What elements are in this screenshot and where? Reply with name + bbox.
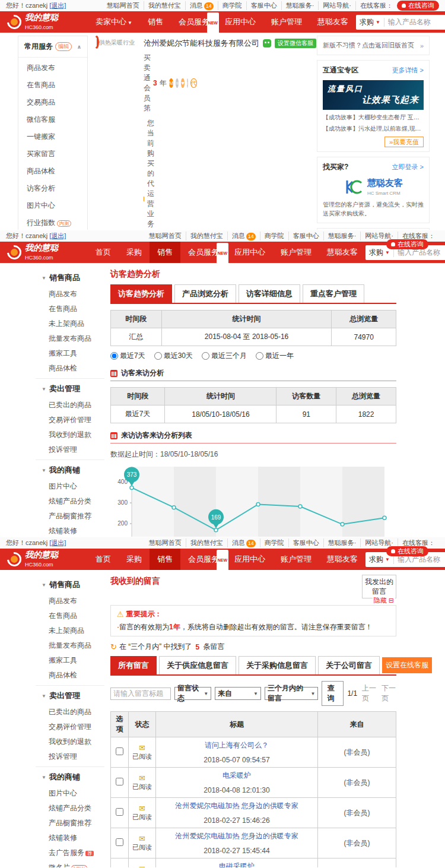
sidebar-item-wechat-service[interactable]: 微信客服 (18, 111, 87, 128)
sidebar-item-sold-goods[interactable]: 已卖出的商品 (36, 705, 104, 720)
sidebar-item-image-center[interactable]: 图片中心 (36, 479, 104, 494)
sidebar-item-offshelf[interactable]: 未上架商品 (36, 316, 104, 331)
message-title-link[interactable]: 电磁采暖炉 (219, 862, 255, 868)
sidebar-item-offshelf[interactable]: 未上架商品 (36, 623, 104, 638)
tab-key-customers[interactable]: 重点客户管理 (303, 284, 364, 303)
period-select[interactable]: 三个月内的留言▼ (265, 687, 319, 700)
tab-supply-messages[interactable]: 关于供应信息留言 (159, 656, 236, 674)
from-select[interactable]: 来自▼ (215, 687, 261, 700)
sent-messages-button[interactable]: 我发出的留言 (362, 575, 396, 598)
sidebar-group-sold-mgmt[interactable]: ▼卖出管理 (36, 685, 104, 705)
link-service-center[interactable]: 客服中心 (289, 538, 324, 547)
nav-hc-crm[interactable]: 慧聪友客 (319, 242, 365, 263)
sidebar-item-onsale[interactable]: 在售商品 (18, 77, 87, 94)
sidebar-item-onsale[interactable]: 在售商品 (36, 302, 104, 316)
nav-sales[interactable]: 销售 (150, 242, 180, 263)
nav-account[interactable]: 账户管理 (273, 242, 319, 263)
message-title-link[interactable]: 电采暖炉 (223, 771, 251, 780)
row-checkbox[interactable] (116, 838, 123, 846)
search-input[interactable] (384, 18, 445, 26)
logout-link[interactable]: [退出] (49, 538, 66, 547)
message-title-link[interactable]: 请问上海有公司么？ (205, 741, 269, 749)
sidebar-item-goods-check[interactable]: 商品体检 (36, 668, 104, 683)
sidebar-item-publish[interactable]: 商品发布 (36, 287, 104, 302)
online-consult-button[interactable]: 在线咨询 (386, 546, 428, 556)
tab-visitor-details[interactable]: 访客详细信息 (239, 284, 300, 303)
sidebar-item-showcase[interactable]: 产品橱窗推荐 (36, 509, 104, 524)
story-link-1[interactable]: 【成功故事】大棚秒变生态餐厅 互通宝带你... (323, 113, 424, 122)
nav-membership[interactable]: 会员服务NEW (171, 11, 217, 33)
next-page-link[interactable]: 下一页 (382, 683, 396, 704)
sidebar-item-publish[interactable]: 商品发布 (36, 594, 104, 609)
message-title-input[interactable] (110, 688, 171, 700)
nav-account[interactable]: 账户管理 (273, 549, 319, 570)
logout-link[interactable]: [退出] (49, 1, 66, 10)
login-link[interactable]: 立即登录 > (392, 163, 424, 172)
radio-last-3months[interactable]: 最近三个月 (202, 351, 247, 361)
link-hc-services[interactable]: 慧聪服务· (282, 1, 319, 10)
edit-badge[interactable]: 编辑 (55, 42, 72, 51)
link-hc-home[interactable]: 慧聪网首页 (103, 1, 144, 10)
brand-logo[interactable]: 我的慧聪HC360.com (0, 243, 88, 261)
sidebar-item-shop-decor[interactable]: 炫铺装修 (36, 831, 104, 845)
nav-purchase[interactable]: 采购 (119, 242, 150, 263)
sidebar-header[interactable]: 常用服务编辑∧ (18, 36, 87, 58)
tab-company-messages[interactable]: 关于公司留言 (318, 656, 380, 674)
sidebar-item-onsale[interactable]: 在售商品 (36, 609, 104, 623)
link-hc-home[interactable]: 慧聪网首页 (145, 538, 186, 547)
link-hc-services[interactable]: 慧聪服务· (324, 538, 361, 547)
tab-all-messages[interactable]: 所有留言 (110, 656, 157, 674)
link-huifub[interactable]: 我的慧付宝 (186, 538, 228, 547)
sidebar-group-my-shop[interactable]: ▼我的商铺 (36, 766, 104, 786)
tab-purchase-messages[interactable]: 关于采购信息留言 (239, 656, 316, 674)
sidebar-item-goods-check[interactable]: 商品体检 (36, 361, 104, 376)
sidebar-item-image-center[interactable]: 图片中心 (18, 197, 87, 214)
sidebar-item-mover-tool[interactable]: 搬家工具 (36, 653, 104, 668)
sidebar-item-sold-goods[interactable]: 已卖出的商品 (36, 398, 104, 413)
search-category-select[interactable]: 求购▼ (356, 17, 384, 27)
query-button[interactable]: 查询 (322, 681, 344, 706)
nav-apps[interactable]: 应用中心 (227, 549, 273, 570)
search-input[interactable] (394, 555, 445, 563)
sidebar-item-image-center[interactable]: 图片中心 (36, 786, 104, 801)
nav-purchase[interactable]: 采购 (119, 549, 150, 570)
nav-account[interactable]: 账户管理 (263, 11, 310, 33)
logout-link[interactable]: [退出] (49, 232, 66, 240)
nav-apps[interactable]: 应用中心 (227, 242, 273, 263)
sidebar-item-goods-check[interactable]: 商品体检 (18, 163, 87, 180)
nav-apps[interactable]: 应用中心 (217, 11, 263, 33)
hide-link[interactable]: 隐藏 ⊟ (373, 597, 395, 604)
online-consult-button[interactable]: 在线咨询 (397, 1, 439, 11)
set-online-service-button[interactable]: 设置在线客服 (382, 657, 432, 673)
link-messages[interactable]: 消息14 (186, 1, 218, 10)
sidebar-group-sales-goods[interactable]: ▼销售商品 (36, 268, 104, 287)
nav-membership[interactable]: 会员服务NEW (180, 549, 227, 570)
sidebar-item-review-mgmt[interactable]: 交易评价管理 (36, 720, 104, 734)
link-academy[interactable]: 商学院 (260, 232, 289, 240)
row-checkbox[interactable] (116, 778, 123, 785)
tab-product-views[interactable]: 产品浏览分析 (174, 284, 236, 303)
hutongbao-more-link[interactable]: 更多详情 > (392, 66, 424, 75)
sidebar-item-batch-publish[interactable]: 批量发布商品 (36, 638, 104, 653)
sidebar-item-complaints[interactable]: 投诉管理 (36, 749, 104, 764)
brand-logo[interactable]: 我的慧聪HC360.com (0, 13, 88, 30)
sidebar-group-sold-mgmt[interactable]: ▼卖出管理 (36, 378, 104, 398)
story-link-2[interactable]: 【成功故事】污水处理,以前靠煤,现在靠什么? (323, 125, 424, 133)
recharge-button[interactable]: »我要充值 (384, 137, 424, 147)
online-consult-button[interactable]: 在线咨询 (386, 239, 428, 249)
nav-sales[interactable]: 销售 (150, 549, 180, 570)
link-service-center[interactable]: 客服中心 (289, 232, 324, 240)
link-hc-home[interactable]: 慧聪网首页 (145, 232, 186, 240)
sidebar-item-mover[interactable]: 一键搬家 (18, 128, 87, 145)
sidebar-item-shop-decor[interactable]: 炫铺装修 (36, 524, 104, 537)
sidebar-item-publish[interactable]: 商品发布 (18, 59, 87, 77)
message-title-link[interactable]: 沧州爱妮尔电磁加热 您身边的供暖专家 (175, 802, 298, 810)
sidebar-group-my-shop[interactable]: ▼我的商铺 (36, 460, 104, 479)
radio-last-year[interactable]: 最近一年 (256, 351, 294, 361)
sidebar-item-batch-publish[interactable]: 批量发布商品 (36, 331, 104, 346)
message-title-link[interactable]: 沧州爱妮尔电磁加热 您身边的供暖专家 (175, 832, 298, 840)
status-select[interactable]: 留言状态▼ (174, 687, 211, 700)
sidebar-item-buyer-messages[interactable]: 买家留言 (18, 145, 87, 163)
sidebar-item-shop-category[interactable]: 炫铺产品分类 (36, 801, 104, 816)
nav-membership[interactable]: 会员服务NEW (180, 242, 227, 263)
